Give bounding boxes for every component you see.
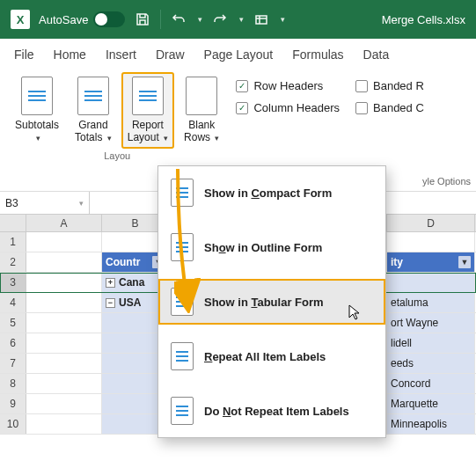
blank-rows-button[interactable]: BlankRows ▾ [178, 72, 225, 149]
row-header[interactable]: 3 [0, 273, 26, 292]
chevron-down-icon[interactable]: ▾ [198, 15, 202, 24]
menu-data[interactable]: Data [363, 48, 390, 62]
menu-insert[interactable]: Insert [106, 48, 136, 62]
row-header[interactable]: 7 [0, 354, 26, 373]
col-header-d[interactable]: D [387, 215, 475, 231]
excel-icon: X [11, 10, 30, 29]
ribbon-group-label: yle Options [422, 176, 471, 186]
menu-repeat-labels[interactable]: Repeat All Item Labels [158, 333, 385, 379]
grand-totals-button[interactable]: GrandTotals ▾ [69, 72, 118, 149]
filename-label: Merge Cells.xlsx [382, 13, 465, 26]
chevron-down-icon[interactable]: ▾ [281, 15, 285, 24]
undo-icon[interactable] [170, 11, 187, 28]
banded-rows-check[interactable]: Banded R [355, 79, 424, 92]
collapse-icon[interactable]: − [106, 298, 115, 308]
row-header[interactable]: 6 [0, 333, 26, 353]
menu-no-repeat-labels[interactable]: Do Not Repeat Item Labels [158, 388, 385, 434]
row-header[interactable]: 10 [0, 414, 26, 434]
save-icon[interactable] [134, 11, 151, 28]
title-bar: X AutoSave On ▾ ▾ ▾ Merge Cells.xlsx [0, 0, 476, 39]
row-header[interactable]: 4 [0, 293, 26, 312]
expand-icon[interactable]: + [106, 278, 115, 288]
redo-icon[interactable] [211, 11, 229, 28]
menu-show-compact[interactable]: Show in Compact Form [158, 170, 385, 216]
menu-bar: File Home Insert Draw Page Layout Formul… [0, 39, 476, 67]
qat-item-icon[interactable] [253, 11, 270, 28]
autosave-toggle[interactable]: AutoSave On [39, 11, 125, 27]
menu-show-tabular[interactable]: Show in Tabular Form [158, 279, 385, 325]
row-header[interactable]: 2 [0, 252, 26, 272]
column-headers-check[interactable]: ✓Column Headers [236, 101, 340, 114]
menu-draw[interactable]: Draw [156, 48, 185, 62]
name-box[interactable]: B3▾ [0, 192, 90, 214]
report-layout-menu: Show in Compact Form Show in Outline For… [157, 165, 386, 435]
menu-file[interactable]: File [14, 48, 34, 62]
menu-show-outline[interactable]: Show in Outline Form [158, 224, 385, 270]
report-layout-button[interactable]: ReportLayout ▾ [121, 72, 174, 149]
row-headers-check[interactable]: ✓Row Headers [236, 79, 323, 92]
svg-rect-0 [256, 16, 267, 24]
col-header-a[interactable]: A [26, 215, 102, 231]
select-all-corner[interactable] [0, 215, 26, 231]
menu-page-layout[interactable]: Page Layout [204, 48, 274, 62]
menu-home[interactable]: Home [54, 48, 86, 62]
subtotals-button[interactable]: Subtotals▾ [9, 72, 65, 149]
ribbon-group-label: Layou [104, 150, 130, 161]
row-header[interactable]: 5 [0, 313, 26, 333]
row-header[interactable]: 9 [0, 394, 26, 413]
menu-formulas[interactable]: Formulas [292, 48, 343, 62]
row-header[interactable]: 1 [0, 232, 26, 252]
pivot-field-city[interactable]: ity▼ [387, 252, 475, 272]
row-header[interactable]: 8 [0, 374, 26, 393]
chevron-down-icon[interactable]: ▾ [239, 15, 244, 24]
banded-cols-check[interactable]: Banded C [355, 101, 424, 114]
